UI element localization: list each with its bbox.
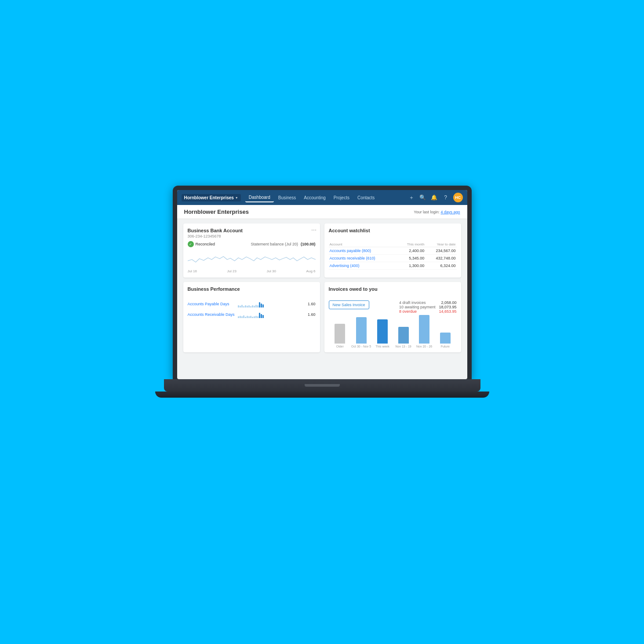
stat-overdue: 8 overdue 14,653.95 <box>399 309 457 314</box>
new-invoice-button[interactable]: New Sales Invoice <box>329 300 369 309</box>
page-title: Hornblower Enterprises <box>184 209 249 215</box>
page-header: Hornblower Enterprises Your last login: … <box>177 205 467 219</box>
col-account: Account <box>329 242 398 247</box>
bar-label-oct: Oct 30 - Nov 5 <box>351 345 371 348</box>
main-content: Business Bank Account 306-234-12345678 ⋯… <box>177 219 467 357</box>
ytd-val: 432,748.00 <box>425 255 456 262</box>
watchlist-title: Account watchlist <box>329 228 457 233</box>
last-login: Your last login: 4 days ago <box>414 210 460 214</box>
nav-projects[interactable]: Projects <box>330 194 353 202</box>
bar-fill-thisweek <box>377 319 388 344</box>
brand-label: Hornblower Enterprises <box>184 195 234 200</box>
chart-dates: Jul 16 Jul 23 Jul 30 Aug 6 <box>188 269 316 273</box>
reconciled-badge: ✓ Reconciled <box>188 241 215 247</box>
perf-row-1: Accounts Payable Days <box>188 300 316 307</box>
add-icon[interactable]: ＋ <box>408 194 415 201</box>
laptop-screen: Hornblower Enterprises ▼ Dashboard Busin… <box>173 186 472 379</box>
this-month-val: 5,345.00 <box>397 255 425 262</box>
stat-awaiting: 10 awaiting payment 18,073.95 <box>399 305 457 309</box>
nav-dashboard[interactable]: Dashboard <box>245 193 274 202</box>
check-icon: ✓ <box>188 241 194 247</box>
laptop-base <box>164 379 480 392</box>
invoice-bar-chart: Older Oct 30 - Nov 5 This week Nov <box>329 317 457 348</box>
bar-nov20: Nov 20 - 26 <box>415 315 434 348</box>
stat-draft-label: 4 draft invoices <box>399 300 426 305</box>
statement-value: (100.00) <box>301 242 316 246</box>
bank-card-menu[interactable]: ⋯ <box>311 227 317 233</box>
brand-chevron: ▼ <box>235 196 238 199</box>
invoice-stats: 4 draft invoices 2,058.00 10 awaiting pa… <box>399 300 457 314</box>
bar-older: Older <box>331 324 350 348</box>
col-ytd: Year to date <box>425 242 456 247</box>
table-row: Advertising (400) 1,300.00 6,324.00 <box>329 262 457 270</box>
stat-awaiting-label: 10 awaiting payment <box>399 305 436 309</box>
bar-label-nov20: Nov 20 - 26 <box>416 345 432 348</box>
this-month-val: 1,300.00 <box>397 262 425 270</box>
bar-fill-older <box>335 324 345 344</box>
date-3: Jul 30 <box>267 269 276 273</box>
last-login-link[interactable]: 4 days ago <box>440 210 460 214</box>
perf-value-2: 1.60 <box>305 312 316 317</box>
col-this-month: This month <box>397 242 425 247</box>
date-1: Jul 16 <box>188 269 197 273</box>
bar-oct: Oct 30 - Nov 5 <box>351 317 371 348</box>
nav-business[interactable]: Business <box>275 194 300 202</box>
stat-draft: 4 draft invoices 2,058.00 <box>399 300 457 305</box>
performance-title: Business Performance <box>188 286 316 292</box>
bar-label-future: Future <box>441 345 450 348</box>
account-name[interactable]: Accounts payable (800) <box>329 247 398 255</box>
perf-label-2[interactable]: Accounts Receivable Days <box>188 312 236 317</box>
reconciled-label: Reconciled <box>196 242 215 246</box>
laptop-base-bottom <box>155 392 489 398</box>
date-4: Aug 6 <box>306 269 316 273</box>
bar-fill-nov13 <box>398 327 409 344</box>
this-month-val: 2,400.00 <box>397 247 425 255</box>
perf-bars-2 <box>238 311 303 318</box>
nav-brand[interactable]: Hornblower Enterprises ▼ <box>182 194 241 201</box>
bank-account-card: Business Bank Account 306-234-12345678 ⋯… <box>183 223 320 278</box>
table-row: Accounts receivable (610) 5,345.00 432,7… <box>329 255 457 262</box>
laptop-mockup: Hornblower Enterprises ▼ Dashboard Busin… <box>168 186 476 458</box>
watchlist-table: Account This month Year to date Accounts… <box>329 242 457 270</box>
bell-icon[interactable]: 🔔 <box>430 194 438 201</box>
ytd-val: 234,567.00 <box>425 247 456 255</box>
nav-bar: Hornblower Enterprises ▼ Dashboard Busin… <box>177 190 467 205</box>
nav-contacts[interactable]: Contacts <box>354 194 378 202</box>
invoices-card: Invoices owed to you New Sales Invoice 4… <box>324 282 461 352</box>
perf-label-1[interactable]: Accounts Payable Days <box>188 302 236 306</box>
perf-bars-1 <box>238 300 303 307</box>
bank-sparkline <box>188 250 316 267</box>
bank-card-title: Business Bank Account <box>188 228 316 233</box>
invoice-header-row: New Sales Invoice 4 draft invoices 2,058… <box>329 300 457 314</box>
invoices-title: Invoices owed to you <box>329 286 457 292</box>
bar-thisweek: This week <box>373 319 392 348</box>
help-icon[interactable]: ? <box>442 194 450 201</box>
perf-row-2: Accounts Receivable Days <box>188 311 316 318</box>
perf-value-1: 1.60 <box>305 302 316 306</box>
statement-label: Statement balance (Jul 20) <box>251 242 298 246</box>
stat-awaiting-value: 18,073.95 <box>439 305 456 309</box>
bar-future: Future <box>436 333 455 348</box>
bar-label-older: Older <box>336 345 344 348</box>
stat-draft-value: 2,058.00 <box>441 300 456 305</box>
performance-card: Business Performance Accounts Payable Da… <box>183 282 320 352</box>
date-2: Jul 23 <box>227 269 236 273</box>
bank-status-row: ✓ Reconciled Statement balance (Jul 20) … <box>188 241 316 247</box>
stat-overdue-label: 8 overdue <box>399 309 417 314</box>
nav-accounting[interactable]: Accounting <box>300 194 329 202</box>
bar-label-nov13: Nov 13 - 19 <box>395 345 411 348</box>
user-avatar[interactable]: HC <box>453 193 463 202</box>
ytd-val: 6,324.00 <box>425 262 456 270</box>
screen-content: Hornblower Enterprises ▼ Dashboard Busin… <box>177 190 467 379</box>
search-icon[interactable]: 🔍 <box>419 194 427 201</box>
table-row: Accounts payable (800) 2,400.00 234,567.… <box>329 247 457 255</box>
stat-overdue-value: 14,653.95 <box>439 309 456 314</box>
nav-icons: ＋ 🔍 🔔 ? HC <box>408 193 463 202</box>
account-name[interactable]: Advertising (400) <box>329 262 398 270</box>
bank-account-number: 306-234-12345678 <box>188 234 316 238</box>
account-name[interactable]: Accounts receivable (610) <box>329 255 398 262</box>
bar-fill-oct <box>356 317 367 344</box>
bar-nov13: Nov 13 - 19 <box>394 327 413 348</box>
bar-fill-future <box>440 333 451 344</box>
bar-fill-nov20 <box>419 315 429 344</box>
